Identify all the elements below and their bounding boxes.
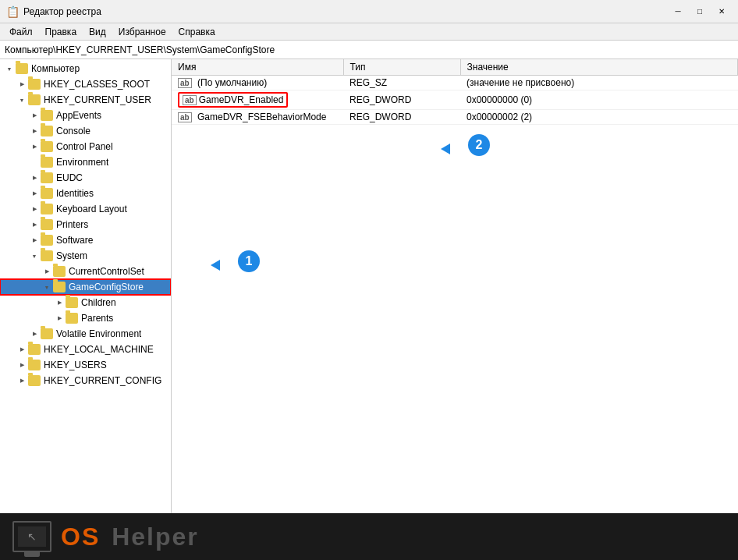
monitor-inner: ↖: [18, 526, 46, 547]
expand-eudc[interactable]: [28, 172, 41, 184]
app-icon: 📋: [6, 5, 19, 18]
expand-currentcontrolset[interactable]: [41, 265, 53, 278]
table-row[interactable]: ab GameDVR_FSEBehaviorMode REG_DWORD 0x0…: [172, 110, 738, 125]
column-type: Тип: [343, 59, 460, 76]
expand-hklm[interactable]: [16, 343, 28, 356]
watermark-helper: Helper: [112, 523, 199, 551]
expand-volatileenv[interactable]: [28, 328, 41, 340]
tree-item-controlpanel[interactable]: Control Panel: [0, 139, 171, 154]
tree-label-hkcr: HKEY_CLASSES_ROOT: [44, 79, 150, 90]
expand-identities[interactable]: [28, 187, 41, 200]
menu-help[interactable]: Справка: [172, 25, 222, 39]
address-path: Компьютер\HKEY_CURRENT_USER\System\GameC…: [5, 44, 275, 55]
menu-edit[interactable]: Правка: [39, 25, 83, 39]
reg-sz-icon: ab: [178, 78, 192, 88]
expand-hkcc[interactable]: [16, 374, 28, 387]
minimize-button[interactable]: ─: [668, 4, 688, 19]
folder-icon-software: [41, 235, 53, 246]
folder-icon-computer: [16, 63, 28, 74]
tree-item-hku[interactable]: HKEY_USERS: [0, 357, 171, 373]
expand-computer[interactable]: [3, 62, 16, 75]
expand-controlpanel[interactable]: [28, 140, 41, 153]
close-button[interactable]: ✕: [711, 4, 732, 19]
tree-item-hkcc[interactable]: HKEY_CURRENT_CONFIG: [0, 373, 171, 388]
expand-hkcu[interactable]: [16, 94, 28, 106]
tree-item-identities[interactable]: Identities: [0, 186, 171, 201]
reg-dword-icon: ab: [183, 95, 197, 105]
folder-icon-hkcc: [28, 375, 41, 386]
table-row[interactable]: ab GameDVR_Enabled REG_DWORD 0x00000000 …: [172, 90, 738, 110]
column-name: Имя: [172, 59, 343, 76]
reg-dword2-icon: ab: [178, 112, 192, 122]
menu-file[interactable]: Файл: [3, 25, 39, 39]
tree-item-computer[interactable]: Компьютер: [0, 61, 171, 76]
tree-item-gameconfigstore[interactable]: GameConfigStore: [0, 279, 171, 295]
row-name: ab (По умолчанию): [172, 76, 343, 90]
folder-icon-console: [41, 126, 53, 136]
folder-icon-children: [66, 297, 78, 308]
tree-item-eudc[interactable]: EUDC: [0, 170, 171, 186]
tree-label-appevents: AppEvents: [56, 110, 101, 121]
tree-item-environment[interactable]: Environment: [0, 154, 171, 170]
expand-gameconfigstore[interactable]: [41, 281, 53, 293]
maximize-button[interactable]: □: [690, 4, 710, 19]
table-row[interactable]: ab (По умолчанию) REG_SZ (значение не пр…: [172, 76, 738, 90]
expand-hkcr[interactable]: [16, 78, 28, 90]
tree-item-system[interactable]: System: [0, 248, 171, 264]
row-name: ab GameDVR_FSEBehaviorMode: [172, 110, 343, 125]
expand-system[interactable]: [28, 250, 41, 262]
tree-label-controlpanel: Control Panel: [56, 141, 113, 152]
folder-icon-currentcontrolset: [53, 266, 66, 277]
tree-item-children[interactable]: Children: [0, 295, 171, 310]
tree-item-keyboardlayout[interactable]: Keyboard Layout: [0, 201, 171, 217]
tree-item-hkcr[interactable]: HKEY_CLASSES_ROOT: [0, 76, 171, 92]
row-value: 0x00000002 (2): [460, 110, 738, 125]
tree-item-volatileenv[interactable]: Volatile Environment: [0, 326, 171, 342]
menu-bar: Файл Правка Вид Избранное Справка: [0, 23, 738, 41]
expand-appevents[interactable]: [28, 109, 41, 122]
menu-favorites[interactable]: Избранное: [112, 25, 172, 39]
tree-label-volatileenv: Volatile Environment: [56, 328, 141, 339]
tree-label-computer: Компьютер: [31, 63, 80, 74]
expand-hku[interactable]: [16, 359, 28, 371]
tree-panel[interactable]: Компьютер HKEY_CLASSES_ROOT HKEY_CURRENT…: [0, 59, 172, 513]
folder-icon-printers: [41, 219, 53, 230]
watermark-monitor: ↖: [12, 521, 51, 552]
tree-item-currentcontrolset[interactable]: CurrentControlSet: [0, 264, 171, 279]
tree-label-children: Children: [81, 297, 116, 308]
expand-parents[interactable]: [53, 312, 66, 324]
tree-label-hkcc: HKEY_CURRENT_CONFIG: [44, 375, 161, 386]
tree-item-appevents[interactable]: AppEvents: [0, 108, 171, 123]
folder-icon-keyboardlayout: [41, 204, 53, 214]
tree-item-parents[interactable]: Parents: [0, 310, 171, 326]
expand-children[interactable]: [53, 296, 66, 309]
tree-label-identities: Identities: [56, 188, 94, 199]
folder-icon-identities: [41, 188, 53, 199]
registry-table: Имя Тип Значение ab (По умолчанию) REG_S…: [172, 59, 738, 125]
title-bar: 📋 Редактор реестра ─ □ ✕: [0, 0, 738, 23]
tree-label-hklm: HKEY_LOCAL_MACHINE: [44, 344, 154, 355]
tree-item-hkcu[interactable]: HKEY_CURRENT_USER: [0, 92, 171, 108]
expand-software[interactable]: [28, 234, 41, 246]
row-type: REG_DWORD: [343, 110, 460, 125]
cursor-icon: ↖: [27, 530, 37, 543]
tree-item-console[interactable]: Console: [0, 123, 171, 139]
tree-label-environment: Environment: [56, 157, 108, 168]
address-bar: Компьютер\HKEY_CURRENT_USER\System\GameC…: [0, 41, 738, 59]
title-bar-buttons: ─ □ ✕: [668, 4, 732, 19]
expand-console[interactable]: [28, 125, 41, 137]
menu-view[interactable]: Вид: [83, 25, 112, 39]
callout-badge-2: 2: [468, 134, 490, 156]
tree-item-software[interactable]: Software: [0, 232, 171, 248]
tree-item-hklm[interactable]: HKEY_LOCAL_MACHINE: [0, 342, 171, 357]
title-bar-text: Редактор реестра: [23, 6, 668, 17]
expand-printers[interactable]: [28, 218, 41, 231]
tree-item-printers[interactable]: Printers: [0, 217, 171, 232]
tree-label-hku: HKEY_USERS: [44, 360, 107, 370]
tree-label-software: Software: [56, 235, 93, 246]
tree-label-printers: Printers: [56, 219, 88, 230]
expand-keyboardlayout[interactable]: [28, 203, 41, 215]
row-value: 0x00000000 (0): [460, 90, 738, 110]
tree-label-console: Console: [56, 126, 90, 136]
tree-label-system: System: [56, 250, 87, 261]
